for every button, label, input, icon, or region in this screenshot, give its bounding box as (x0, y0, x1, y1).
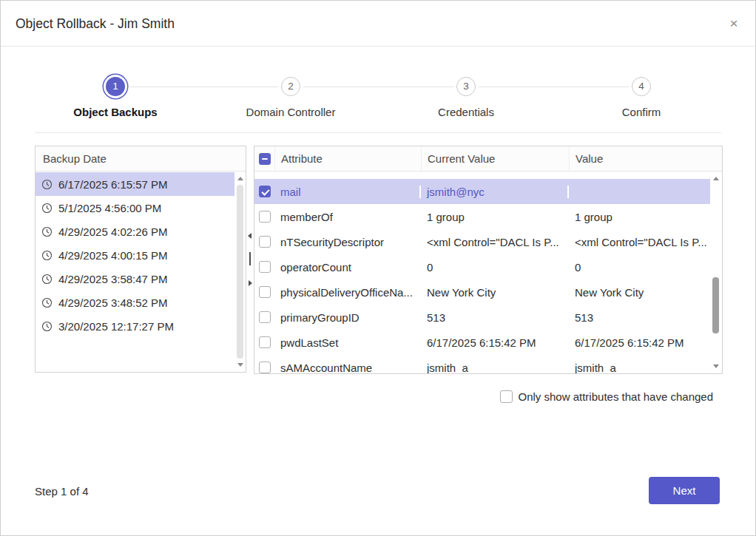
clock-icon (41, 226, 53, 237)
attribute-name-cell: primaryGroupID (274, 311, 421, 324)
attribute-name-cell: physicalDeliveryOfficeNa... (274, 286, 421, 299)
row-checkbox-cell (254, 211, 274, 223)
attribute-row[interactable]: pwdLastSet6/17/2025 6:15:42 PM6/17/2025 … (254, 330, 710, 355)
stepper: 1Object Backups2Domain Controller3Creden… (1, 71, 755, 126)
stepper-step-object-backups[interactable]: 1Object Backups (34, 71, 197, 118)
collapse-left-icon[interactable] (248, 233, 252, 239)
backup-date-panel: Backup Date 6/17/2025 6:15:57 PM5/1/2025… (35, 146, 246, 373)
dialog-header: Object Rollback - Jim Smith × (1, 1, 755, 47)
clock-icon (41, 250, 53, 261)
value-cell: 6/17/2025 6:15:42 PM (569, 336, 710, 349)
object-rollback-dialog: Object Rollback - Jim Smith × 1Object Ba… (0, 0, 756, 536)
attribute-name-cell: memberOf (274, 211, 421, 223)
attribute-row[interactable]: memberOf1 group1 group (254, 204, 710, 229)
clock-icon (41, 179, 53, 190)
row-checkbox-cell (254, 261, 274, 273)
step-number: 2 (281, 77, 300, 96)
row-checkbox-cell (254, 311, 274, 323)
backup-date-item[interactable]: 4/29/2025 3:48:52 PM (36, 291, 234, 314)
attribute-row[interactable]: mailjsmith@nyc (254, 179, 710, 204)
row-checkbox[interactable] (259, 211, 271, 223)
backup-date-label: 3/20/2025 12:17:27 PM (58, 320, 174, 333)
backup-date-label: 6/17/2025 6:15:57 PM (58, 178, 168, 191)
attribute-table-header: Attribute Current Value Value (254, 146, 722, 172)
current-value-cell: 0 (421, 261, 569, 274)
attribute-row[interactable]: sAMAccountNamejsmith_ajsmith_a (254, 355, 710, 373)
scroll-down-icon[interactable] (237, 363, 243, 367)
step-label: Credentials (385, 106, 547, 118)
column-header-value: Value (569, 146, 722, 171)
panel-splitter[interactable] (246, 146, 254, 373)
backup-date-label: 5/1/2025 4:56:00 PM (58, 202, 161, 214)
select-all-checkbox[interactable] (259, 153, 271, 165)
clock-icon (41, 297, 53, 308)
backup-date-item[interactable]: 4/29/2025 4:02:26 PM (36, 220, 234, 243)
row-checkbox[interactable] (259, 362, 271, 373)
step-number: 1 (106, 77, 125, 96)
attribute-name-cell: pwdLastSet (274, 336, 421, 349)
stepper-step-confirm[interactable]: 4Confirm (560, 71, 723, 118)
stepper-step-credentials[interactable]: 3Credentials (385, 71, 547, 118)
row-checkbox[interactable] (259, 311, 271, 323)
scroll-up-icon[interactable] (713, 177, 719, 180)
backup-date-item[interactable]: 4/29/2025 4:00:15 PM (36, 243, 234, 267)
only-changed-checkbox[interactable] (500, 390, 513, 403)
column-header-current-value: Current Value (421, 146, 569, 171)
current-value-cell: <xml Control="DACL Is P... (421, 236, 569, 248)
attribute-row[interactable]: physicalDeliveryOfficeNa...New York City… (254, 279, 710, 305)
step-label: Domain Controller (209, 106, 372, 118)
value-cell: 1 group (569, 211, 710, 223)
divider (35, 132, 721, 133)
clock-icon (41, 203, 53, 214)
row-checkbox[interactable] (259, 186, 271, 197)
header-checkbox-cell (254, 146, 274, 171)
scroll-down-icon[interactable] (713, 364, 719, 368)
only-changed-label: Only show attributes that have changed (519, 390, 714, 403)
attribute-table-panel: Attribute Current Value Value mailjsmith… (254, 146, 723, 374)
close-icon[interactable]: × (724, 14, 743, 33)
splitter-handle[interactable] (249, 252, 251, 265)
step-label: Confirm (560, 106, 723, 118)
step-progress-text: Step 1 of 4 (35, 485, 89, 498)
attribute-table-scrollbar[interactable] (710, 172, 722, 373)
backup-date-item[interactable]: 3/20/2025 12:17:27 PM (36, 314, 234, 338)
row-checkbox[interactable] (259, 336, 271, 348)
scrollbar-thumb[interactable] (237, 185, 243, 359)
row-checkbox-cell (254, 186, 274, 197)
row-checkbox[interactable] (259, 286, 271, 298)
value-cell: 0 (569, 261, 710, 274)
backup-date-label: 4/29/2025 3:58:47 PM (58, 273, 168, 285)
backup-date-label: 4/29/2025 4:02:26 PM (58, 225, 168, 238)
current-value-cell: jsmith@nyc (421, 186, 569, 198)
value-cell: <xml Control="DACL Is P... (569, 236, 710, 248)
backup-date-item[interactable]: 4/29/2025 3:58:47 PM (36, 267, 234, 291)
attribute-row[interactable]: primaryGroupID513513 (254, 305, 710, 330)
column-header-attribute: Attribute (274, 146, 421, 171)
attribute-row[interactable]: operatorCount00 (254, 254, 710, 279)
row-checkbox-cell (254, 286, 274, 298)
clock-icon (41, 321, 53, 332)
value-cell: New York City (569, 286, 710, 299)
table-row-partial (254, 172, 710, 179)
clock-icon (41, 274, 53, 285)
backup-date-item[interactable]: 5/1/2025 4:56:00 PM (36, 196, 234, 220)
attribute-row[interactable]: nTSecurityDescriptor<xml Control="DACL I… (254, 229, 710, 254)
current-value-cell: 6/17/2025 6:15:42 PM (421, 336, 569, 349)
row-checkbox-cell (254, 362, 274, 373)
current-value-cell: New York City (421, 286, 569, 299)
attribute-table-body: mailjsmith@nycmemberOf1 group1 groupnTSe… (254, 172, 710, 373)
stepper-step-domain-controller[interactable]: 2Domain Controller (209, 71, 372, 118)
row-checkbox[interactable] (259, 261, 271, 273)
backup-date-item[interactable]: 6/17/2025 6:15:57 PM (36, 172, 234, 196)
backup-date-header: Backup Date (36, 146, 246, 172)
next-button[interactable]: Next (649, 477, 720, 504)
scrollbar-thumb[interactable] (712, 277, 719, 333)
expand-right-icon[interactable] (249, 280, 252, 286)
attribute-name-cell: operatorCount (274, 261, 421, 274)
row-checkbox-cell (254, 336, 274, 348)
current-value-cell: 513 (421, 311, 569, 324)
backup-list-scrollbar[interactable] (234, 172, 246, 371)
row-checkbox[interactable] (259, 236, 271, 248)
scroll-up-icon[interactable] (237, 177, 243, 180)
value-cell: 513 (569, 311, 710, 324)
